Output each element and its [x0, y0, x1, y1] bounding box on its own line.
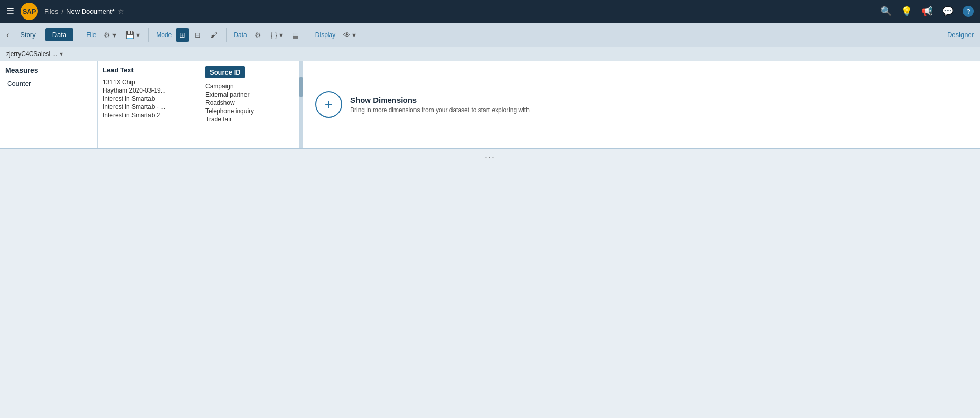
top-bar-icons: 🔍 💡 📢 💬 ?	[880, 6, 974, 17]
source-id-header: Source ID	[205, 66, 245, 78]
designer-label: Designer	[947, 31, 974, 39]
separator-2	[148, 28, 149, 42]
measures-column: Measures Counter	[0, 61, 98, 148]
breadcrumb-separator: /	[61, 8, 63, 15]
file-group: File ⚙ ▾ 💾 ▾	[84, 28, 143, 42]
star-icon[interactable]: ☆	[118, 7, 124, 15]
separator-4	[308, 28, 308, 42]
display-eye-btn[interactable]: 👁 ▾	[340, 28, 360, 42]
display-group: Display 👁 ▾	[313, 28, 360, 42]
paint-btn[interactable]: 🖌	[206, 28, 221, 42]
add-dimension-button[interactable]: +	[315, 91, 342, 118]
lead-text-column: Lead Text 1311X Chip Haytham 2020-03-19.…	[98, 61, 200, 148]
lead-text-header: Lead Text	[103, 66, 195, 74]
display-label: Display	[313, 31, 337, 39]
drag-handle[interactable]: ...	[0, 149, 980, 162]
source-item-1[interactable]: External partner	[205, 90, 297, 99]
lead-item-3[interactable]: Interest in Smartab - ...	[103, 103, 195, 111]
source-id-column: Source ID Campaign External partner Road…	[200, 61, 303, 148]
file-settings-btn[interactable]: ⚙ ▾	[100, 28, 120, 42]
main-toolbar: ‹ Story Data File ⚙ ▾ 💾 ▾ Mode ⊞ ⊟ 🖌 Dat…	[0, 23, 980, 47]
source-item-0[interactable]: Campaign	[205, 82, 297, 90]
hamburger-icon[interactable]: ☰	[6, 6, 14, 17]
show-dimensions-title: Show Dimensions	[350, 96, 530, 104]
show-dimensions-text: Show Dimensions Bring in more dimensions…	[350, 96, 530, 114]
show-dimensions-card: + Show Dimensions Bring in more dimensio…	[303, 61, 980, 148]
mode-label: Mode	[154, 31, 174, 39]
mode-group: Mode ⊞ ⊟ 🖌	[154, 28, 221, 42]
file-label: File	[84, 31, 98, 39]
lead-item-0[interactable]: 1311X Chip	[103, 78, 195, 86]
chat-icon[interactable]: 💬	[942, 6, 953, 17]
collapse-icon[interactable]: ‹	[6, 30, 9, 40]
scroll-thumb	[299, 77, 303, 97]
data-settings-btn[interactable]: ⚙	[251, 28, 265, 42]
dataset-selector[interactable]: zjerryC4CSalesL... ▾	[6, 50, 63, 58]
source-item-4[interactable]: Trade fair	[205, 115, 297, 123]
data-group: Data ⚙ { } ▾ ▤	[232, 28, 303, 42]
bulb-icon[interactable]: 💡	[901, 6, 912, 17]
source-item-3[interactable]: Telephone inquiry	[205, 107, 297, 115]
sap-logo: SAP	[21, 3, 38, 20]
data-tab[interactable]: Data	[45, 28, 73, 41]
story-tab[interactable]: Story	[13, 28, 43, 41]
separator-3	[226, 28, 227, 42]
search-icon[interactable]: 🔍	[880, 6, 892, 17]
megaphone-icon[interactable]: 📢	[921, 6, 933, 17]
source-item-2[interactable]: Roadshow	[205, 99, 297, 107]
table-view-btn[interactable]: ⊞	[176, 28, 189, 42]
data-toolbar-label: Data	[232, 31, 249, 39]
help-icon[interactable]: ?	[963, 6, 974, 17]
lead-item-2[interactable]: Interest in Smartab	[103, 95, 195, 103]
chevron-down-icon: ▾	[60, 50, 63, 58]
breadcrumb-files[interactable]: Files	[44, 8, 58, 15]
breadcrumb: Files / New Document* ☆	[44, 7, 124, 15]
grid-view-btn[interactable]: ⊟	[191, 28, 204, 42]
data-layout-btn[interactable]: ▤	[289, 28, 303, 42]
data-panel: Measures Counter Lead Text 1311X Chip Ha…	[0, 61, 980, 149]
data-code-btn[interactable]: { } ▾	[267, 28, 287, 42]
dataset-name: zjerryC4CSalesL...	[6, 50, 58, 58]
file-save-btn[interactable]: 💾 ▾	[122, 28, 143, 42]
lead-item-1[interactable]: Haytham 2020-03-19...	[103, 86, 195, 95]
dataset-dropdown-row: zjerryC4CSalesL... ▾	[0, 47, 980, 61]
top-bar: ☰ SAP Files / New Document* ☆ 🔍 💡 📢 💬 ?	[0, 0, 980, 23]
lead-item-4[interactable]: Interest in Smartab 2	[103, 111, 195, 119]
scrollbar[interactable]	[299, 61, 303, 148]
measures-title: Measures	[5, 66, 92, 75]
show-dimensions-subtitle: Bring in more dimensions from your datas…	[350, 106, 530, 114]
separator-1	[79, 28, 79, 42]
measure-counter[interactable]: Counter	[5, 79, 92, 88]
breadcrumb-current: New Document*	[66, 8, 115, 15]
